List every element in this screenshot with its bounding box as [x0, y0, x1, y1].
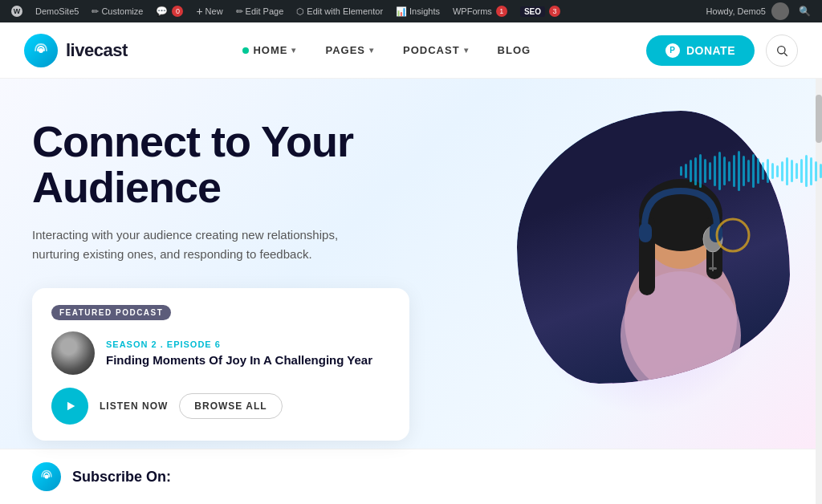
wave-bar: [743, 156, 745, 186]
play-icon: [64, 400, 77, 413]
logo-icon: [24, 34, 58, 67]
hero-title: Connect to Your Audience: [32, 119, 450, 209]
featured-badge: FEATURED PODCAST: [51, 305, 171, 320]
edit-page-label: Edit Page: [246, 6, 284, 16]
wave-bar: [680, 166, 682, 176]
nav-podcast-label: PODCAST: [403, 44, 460, 56]
donate-button[interactable]: P DONATE: [646, 35, 755, 66]
podcast-episode-title: Finding Moments Of Joy In A Challenging …: [106, 352, 390, 368]
podcast-actions: LISTEN NOW BROWSE ALL: [51, 388, 390, 425]
admin-bar-insights[interactable]: 📊 Insights: [391, 0, 445, 22]
elementor-label: Edit with Elementor: [307, 6, 383, 16]
wave-bar: [810, 157, 812, 185]
home-chevron: ▾: [291, 46, 296, 55]
wave-bar: [815, 161, 817, 181]
wave-bar: [800, 159, 803, 183]
logo-svg: [31, 41, 51, 60]
admin-bar-new[interactable]: + New: [191, 0, 227, 22]
nav-home-label: HOME: [253, 44, 287, 56]
search-icon: [775, 44, 788, 57]
wave-bar: [796, 163, 798, 179]
admin-bar-edit-page[interactable]: ✏ Edit Page: [231, 0, 289, 22]
hero-content: Connect to Your Audience Interacting wit…: [32, 119, 450, 441]
admin-bar: W DemoSite5 ✏ Customize 💬 0 + New ✏ Edit…: [0, 0, 822, 22]
admin-bar-wp[interactable]: W: [6, 0, 27, 22]
nav-home[interactable]: HOME ▾: [228, 22, 311, 79]
svg-rect-13: [639, 223, 652, 242]
podcast-thumb-image: [51, 331, 95, 375]
wave-bar: [723, 156, 726, 185]
podcast-thumbnail: [51, 331, 95, 375]
plus-icon: +: [196, 5, 202, 18]
admin-bar-howdy[interactable]: Howdy, Demo5: [702, 2, 794, 20]
nav-blog-label: BLOG: [498, 44, 531, 56]
svg-line-2: [784, 53, 787, 56]
donate-label: DONATE: [686, 44, 735, 57]
svg-marker-3: [67, 402, 75, 411]
hero-section: Connect to Your Audience Interacting wit…: [0, 79, 822, 504]
listen-now-button[interactable]: LISTEN NOW: [100, 400, 168, 412]
hero-subtitle: Interacting with your audience creating …: [32, 226, 377, 264]
wave-bar: [805, 155, 808, 187]
wave-bar: [733, 155, 735, 187]
browse-all-button[interactable]: BROWSE ALL: [179, 393, 282, 419]
admin-bar-elementor[interactable]: ⬡ Edit with Elementor: [291, 0, 388, 22]
nav-links: HOME ▾ PAGES ▾ PODCAST ▾ BLOG: [228, 22, 545, 79]
nav-blog[interactable]: BLOG: [483, 22, 546, 79]
avatar: [771, 2, 789, 20]
logo[interactable]: livecast: [24, 34, 128, 67]
wave-bar: [771, 163, 774, 179]
admin-bar-right: Howdy, Demo5 🔍: [702, 2, 816, 20]
wave-bar: [728, 161, 730, 181]
waveform: [672, 143, 822, 199]
nav-podcast[interactable]: PODCAST ▾: [389, 22, 483, 79]
podcast-icon: [39, 469, 55, 485]
wave-bar: [704, 159, 706, 183]
wave-bar: [776, 165, 779, 177]
podcast-card: FEATURED PODCAST SEASON 2 . EPISODE 6 Fi…: [32, 288, 409, 441]
wave-bar: [781, 161, 783, 181]
wave-bar: [690, 160, 692, 182]
search-icon: 🔍: [799, 6, 811, 17]
wpforms-label: WPForms: [453, 6, 492, 16]
nav-pages-label: PAGES: [325, 44, 365, 56]
subscribe-label: Subscribe On:: [72, 469, 171, 486]
site-name: DemoSite5: [35, 6, 79, 16]
podcast-season: SEASON 2 . EPISODE 6: [106, 339, 390, 349]
wave-bar: [694, 157, 697, 185]
admin-bar-site[interactable]: DemoSite5: [31, 0, 83, 22]
new-label: New: [206, 6, 223, 16]
nav-pages[interactable]: PAGES ▾: [311, 22, 389, 79]
wave-bar: [757, 158, 759, 184]
wave-bar: [699, 154, 702, 188]
admin-bar-search[interactable]: 🔍: [794, 6, 816, 17]
howdy-label: Howdy, Demo5: [706, 6, 766, 16]
wpforms-badge: 1: [496, 6, 507, 17]
insights-label: Insights: [409, 6, 440, 16]
wave-bar: [791, 160, 793, 182]
wave-bar: [709, 162, 711, 180]
wordpress-icon: W: [11, 6, 22, 17]
podcast-episode: SEASON 2 . EPISODE 6 Finding Moments Of …: [51, 331, 390, 375]
play-button[interactable]: [51, 388, 88, 425]
nav-search-button[interactable]: [766, 35, 798, 67]
admin-bar-wpforms[interactable]: WPForms 1: [448, 0, 512, 22]
wave-bar: [714, 156, 716, 186]
podcast-chevron: ▾: [464, 46, 469, 55]
home-dot: [242, 47, 249, 54]
pages-chevron: ▾: [369, 46, 374, 55]
svg-point-1: [778, 46, 785, 53]
logo-text: livecast: [66, 40, 128, 61]
wave-bar: [738, 151, 740, 191]
customize-label: Customize: [101, 6, 143, 16]
admin-bar-comments[interactable]: 💬 0: [151, 0, 188, 22]
svg-rect-12: [709, 267, 717, 270]
subscribe-section: Subscribe On:: [0, 449, 822, 504]
wave-bar: [718, 152, 721, 190]
podcast-meta: SEASON 2 . EPISODE 6 Finding Moments Of …: [106, 339, 390, 368]
admin-bar-customize[interactable]: ✏ Customize: [87, 0, 148, 22]
wave-bar: [767, 159, 769, 183]
admin-bar-seo[interactable]: SEO 3: [515, 0, 565, 22]
wave-bar: [747, 160, 750, 182]
wave-bar: [685, 164, 687, 178]
